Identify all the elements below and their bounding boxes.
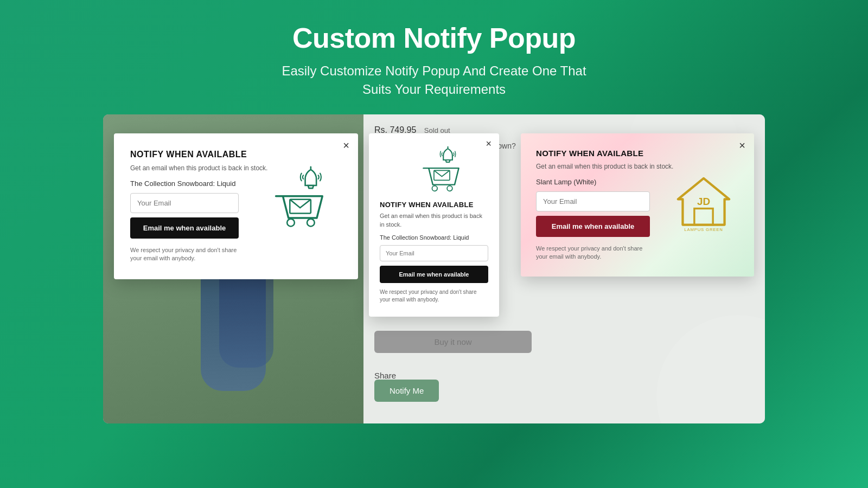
- popup3-house-logo-icon: JD LAMPUS GREEN: [671, 171, 736, 236]
- popup3-brand-logo-area: JD LAMPUS GREEN: [668, 166, 739, 242]
- popup2-subtitle: Get an email when this product is back i…: [380, 212, 488, 229]
- popup3-privacy-note: We respect your privacy and don't share …: [536, 245, 650, 261]
- popup1-container: × NOTIFY WHEN AVAILABLE Get an email whe…: [114, 133, 358, 279]
- popup1-privacy-note: We respect your privacy and don't share …: [130, 246, 239, 263]
- notify-me-button[interactable]: Notify Me: [374, 380, 439, 402]
- page-title: Custom Notify Popup: [282, 22, 586, 54]
- popup1-title: NOTIFY WHEN AVAILABLE: [130, 150, 342, 159]
- popup2-privacy-note: We respect your privacy and don't share …: [380, 288, 488, 304]
- popup1-cart-icon-area: [271, 166, 342, 242]
- popup2-submit-button[interactable]: Email me when available: [380, 266, 488, 283]
- popup3-email-input[interactable]: [536, 191, 650, 211]
- popup3-title: NOTIFY WHEN AVAILABLE: [536, 149, 739, 158]
- share-label: Share: [374, 371, 396, 380]
- popup1-cart-icon: [271, 166, 336, 231]
- svg-point-2: [287, 219, 295, 227]
- popup1-close-button[interactable]: ×: [343, 140, 349, 151]
- popup2-close-button[interactable]: ×: [486, 139, 492, 149]
- screen-container: Rs. 749.95 Sold out Looking for a fun wa…: [103, 114, 765, 423]
- popup2-email-input[interactable]: [380, 245, 488, 261]
- popup2-cart-icon-area: [380, 146, 510, 195]
- popup1-submit-button[interactable]: Email me when available: [130, 217, 239, 239]
- svg-point-7: [447, 186, 452, 191]
- popup3-submit-button[interactable]: Email me when available: [536, 216, 650, 237]
- page-header: Custom Notify Popup Easily Customize Not…: [271, 0, 597, 114]
- popup3-container: × NOTIFY WHEN AVAILABLE Get an email whe…: [521, 133, 754, 277]
- buy-now-button[interactable]: Buy it now: [374, 331, 532, 353]
- page-subtitle: Easily Customize Notify Popup And Create…: [282, 62, 586, 98]
- popup1-email-input[interactable]: [130, 193, 239, 213]
- svg-text:JD: JD: [697, 196, 710, 207]
- popup2-product-name: The Collection Snowboard: Liquid: [380, 234, 488, 241]
- svg-text:LAMPUS GREEN: LAMPUS GREEN: [684, 227, 723, 232]
- popup2-container: ×: [369, 133, 499, 317]
- popup3-close-button[interactable]: ×: [739, 140, 745, 151]
- svg-point-3: [307, 219, 315, 227]
- svg-point-6: [432, 186, 437, 191]
- popup2-cart-icon: [420, 146, 469, 195]
- svg-rect-9: [694, 209, 713, 225]
- popup2-title: NOTIFY WHEN AVAILABLE: [380, 201, 488, 209]
